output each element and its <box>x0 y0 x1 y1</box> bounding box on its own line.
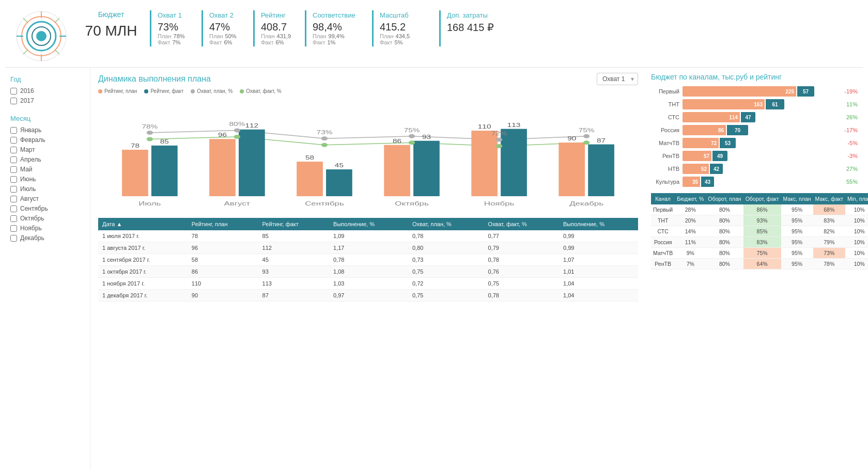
plan-bar <box>471 131 498 196</box>
metric-block-3: Соответствие 98,4% План 99,4% Факт 1% <box>305 10 372 46</box>
metric-main-3: 98,4% <box>313 21 362 33</box>
bar-chart-svg: 7885Июль96112Август5845Сентябрь8693Октяб… <box>98 98 638 212</box>
channel-bar-teal: 42 <box>710 164 723 174</box>
right-table-row: ТНТ20%80%93%95%83%10%25% <box>651 215 868 226</box>
channel-bar-pink: 114 <box>683 112 740 122</box>
table-cell: 1 июля 2017 г. <box>98 230 188 242</box>
fact-bar <box>413 141 440 196</box>
budget-chart-section: Бюджет по каналам, тыс.руб и рейтинг Пер… <box>651 73 858 187</box>
channel-bar-teal: 57 <box>797 86 814 97</box>
table-header-4[interactable]: Охват, план, % <box>408 218 484 230</box>
metric-block-4: Масштаб 415.2 План 434,5 Факт 5% <box>372 10 439 46</box>
table-row: 1 декабря 2017 г.90870,970,750,781,04 <box>98 290 638 302</box>
table-cell: 0,78 <box>408 230 484 242</box>
chart-dropdown[interactable]: Охват 1 Охват 2 <box>597 73 638 85</box>
metric-title-2: Рейтинг <box>261 11 295 19</box>
month-filter-item: Ноябрь <box>10 225 85 232</box>
right-table-header-4[interactable]: Макс, план <box>781 193 813 204</box>
right-table-header-1[interactable]: Бюджет, % <box>675 193 706 204</box>
year-checkbox-2017[interactable] <box>10 98 17 104</box>
table-cell: 1 августа 2017 г. <box>98 242 188 254</box>
month-checkbox[interactable] <box>10 127 17 134</box>
channel-bar-pink: 86 <box>683 125 726 135</box>
month-checkbox[interactable] <box>10 137 17 144</box>
right-table-cell: 68% <box>813 204 846 215</box>
legend-item: Рейтинг, план <box>98 88 137 94</box>
channel-row: Культура 35 43 55% <box>651 177 858 187</box>
right-table-cell: 9% <box>675 248 706 259</box>
metric-main-2: 408.7 <box>261 21 295 33</box>
month-filter-item: Декабрь <box>10 234 85 242</box>
svg-text:58: 58 <box>305 155 314 161</box>
table-cell: 0,73 <box>408 254 484 266</box>
channel-bar-teal: 53 <box>720 138 736 148</box>
channel-name: СТС <box>651 114 679 120</box>
table-cell: 0,77 <box>484 230 560 242</box>
month-checkbox[interactable] <box>10 205 17 212</box>
fact-bar <box>501 129 527 196</box>
table-header-1[interactable]: Рейтинг, план <box>188 218 258 230</box>
svg-text:Октябрь: Октябрь <box>395 200 428 207</box>
fact-bar <box>151 146 178 196</box>
month-checkbox[interactable] <box>10 156 17 163</box>
table-header-5[interactable]: Охват, факт, % <box>484 218 560 230</box>
right-table-header-0[interactable]: Канал <box>651 193 675 204</box>
svg-text:113: 113 <box>507 122 521 128</box>
chart-dropdown-wrapper[interactable]: Охват 1 Охват 2 <box>597 73 638 85</box>
table-cell: 86 <box>188 266 258 278</box>
svg-text:96: 96 <box>218 132 227 138</box>
month-checkbox[interactable] <box>10 225 17 232</box>
channel-pct: -17% <box>840 127 858 133</box>
metric-block-5: Доп. затраты 168 415 ₽ <box>439 10 506 46</box>
right-table-cell: 95% <box>781 248 813 259</box>
table-header-6[interactable]: Выполнение, % <box>559 218 638 230</box>
year-filter-item: 2017 <box>10 97 85 104</box>
data-table: Дата ▲Рейтинг, планРейтинг, фактВыполнен… <box>98 218 638 302</box>
fact-bar <box>326 169 352 196</box>
month-checkbox[interactable] <box>10 147 17 153</box>
right-table-cell: 83% <box>813 215 846 226</box>
channel-bar-teal: 43 <box>701 177 714 187</box>
table-cell: 0,78 <box>484 254 560 266</box>
channel-bar-pink: 72 <box>683 138 719 148</box>
fact-pct-dot <box>321 143 328 147</box>
legend-item: Охват, факт, % <box>240 88 281 94</box>
right-table-cell: 10% <box>845 248 868 259</box>
right-table-header-6[interactable]: Min, план <box>845 193 868 204</box>
right-table: КаналБюджет, %Оборот, планОборот, фактМа… <box>651 193 868 270</box>
channel-bar-teal: 49 <box>712 151 727 161</box>
table-cell: 0,75 <box>408 266 484 278</box>
month-checkbox[interactable] <box>10 235 17 242</box>
table-cell: 1 декабря 2017 г. <box>98 290 188 302</box>
month-checkbox[interactable] <box>10 176 17 183</box>
table-header-3[interactable]: Выполнение, % <box>329 218 408 230</box>
legend-dot <box>191 89 195 93</box>
channel-bar-group: 52 42 <box>683 164 836 174</box>
month-checkbox[interactable] <box>10 215 17 222</box>
table-header-0[interactable]: Дата ▲ <box>98 218 188 230</box>
right-table-cell: 83% <box>743 237 781 248</box>
channel-bar-pink: 57 <box>683 151 711 161</box>
right-table-cell: 85% <box>743 226 781 237</box>
table-cell: 85 <box>258 230 330 242</box>
table-cell: 45 <box>258 254 330 266</box>
table-header-2[interactable]: Рейтинг, факт <box>258 218 330 230</box>
right-table-section: КаналБюджет, %Оборот, планОборот, фактМа… <box>651 193 858 270</box>
right-table-header-3[interactable]: Оборот, факт <box>743 193 781 204</box>
right-table-header-2[interactable]: Оборот, план <box>706 193 743 204</box>
channel-bar-pink: 163 <box>683 99 765 109</box>
right-table-cell: 20% <box>675 215 706 226</box>
right-table-header-5[interactable]: Макс, факт <box>813 193 846 204</box>
right-table-cell: 80% <box>706 248 743 259</box>
right-table-cell: Россия <box>651 237 675 248</box>
chart-header: Динамика выполнения плана Охват 1 Охват … <box>98 73 638 85</box>
plan-pct-dot <box>147 131 153 135</box>
right-table-cell: 14% <box>675 226 706 237</box>
month-checkbox[interactable] <box>10 186 17 193</box>
month-checkbox[interactable] <box>10 196 17 202</box>
table-cell: 96 <box>188 242 258 254</box>
year-checkbox-2016[interactable] <box>10 88 17 94</box>
channel-bar-group: 114 47 <box>683 112 836 122</box>
month-checkbox[interactable] <box>10 166 17 173</box>
channel-bar-group: 225 57 <box>683 86 836 97</box>
